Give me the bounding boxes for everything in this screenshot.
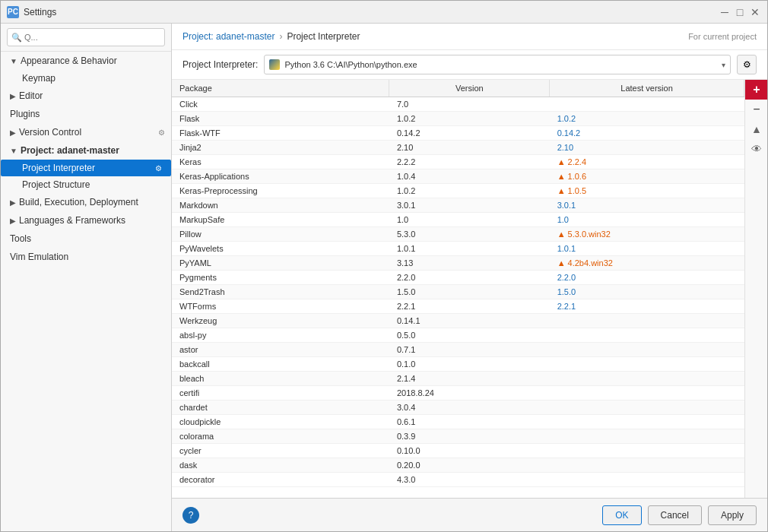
packages-table: Package Version Latest version Click7.0F… <box>172 80 744 487</box>
sidebar-item-editor[interactable]: ▶ Editor <box>1 87 171 105</box>
sidebar-item-version-control[interactable]: ▶ Version Control ⚙ <box>1 123 171 141</box>
table-row[interactable]: Keras2.2.2▲ 2.2.4 <box>172 155 744 169</box>
sidebar-item-build[interactable]: ▶ Build, Execution, Deployment <box>1 193 171 211</box>
sidebar-item-languages[interactable]: ▶ Languages & Frameworks <box>1 211 171 230</box>
table-row[interactable]: MarkupSafe1.01.0 <box>172 213 744 227</box>
package-name: Keras-Preprocessing <box>172 184 389 198</box>
table-row[interactable]: Werkzeug0.14.1 <box>172 314 744 328</box>
app-icon: PC <box>7 6 19 18</box>
sidebar-item-label: Languages & Frameworks <box>19 215 125 226</box>
chevron-down-icon: ▾ <box>722 61 725 69</box>
window-controls: ─ □ ✕ <box>719 6 761 18</box>
col-header-version[interactable]: Version <box>389 80 550 97</box>
table-row[interactable]: PyYAML3.13▲ 4.2b4.win32 <box>172 256 744 271</box>
table-row[interactable]: Pygments2.2.02.2.0 <box>172 271 744 285</box>
table-row[interactable]: cloudpickle0.6.1 <box>172 415 744 429</box>
package-name: cloudpickle <box>172 415 389 429</box>
col-header-package[interactable]: Package <box>172 80 389 97</box>
close-button[interactable]: ✕ <box>749 6 761 18</box>
interpreter-gear-button[interactable]: ⚙ <box>737 55 757 74</box>
ok-button[interactable]: OK <box>602 505 641 525</box>
table-row[interactable]: Flask1.0.21.0.2 <box>172 112 744 126</box>
search-wrap: 🔍 <box>7 28 165 46</box>
table-row[interactable]: Pillow5.3.0▲ 5.3.0.win32 <box>172 227 744 242</box>
table-row[interactable]: cycler0.10.0 <box>172 444 744 458</box>
show-package-button[interactable]: 👁 <box>745 139 767 159</box>
cancel-button[interactable]: Cancel <box>648 505 702 525</box>
package-version: 1.0.4 <box>389 169 550 184</box>
package-name: Flask-WTF <box>172 126 389 141</box>
sidebar-item-label: Build, Execution, Deployment <box>19 197 138 207</box>
package-version: 2.2.2 <box>389 155 550 169</box>
package-latest-version <box>550 458 744 473</box>
table-row[interactable]: Flask-WTF0.14.20.14.2 <box>172 126 744 141</box>
package-latest-version: 1.0.1 <box>550 242 744 256</box>
maximize-button[interactable]: □ <box>734 6 746 18</box>
breadcrumb-parent[interactable]: Project: adanet-master <box>182 31 275 42</box>
sidebar-item-label: Appearance & Behavior <box>21 55 117 66</box>
package-name: cycler <box>172 444 389 458</box>
table-row[interactable]: Keras-Preprocessing1.0.2▲ 1.0.5 <box>172 184 744 198</box>
package-name: Click <box>172 97 389 112</box>
table-row[interactable]: backcall0.1.0 <box>172 357 744 372</box>
search-box: 🔍 <box>1 24 171 52</box>
table-row[interactable]: Send2Trash1.5.01.5.0 <box>172 285 744 299</box>
sidebar-item-project[interactable]: ▼ Project: adanet-master <box>1 141 171 160</box>
package-version: 1.0 <box>389 213 550 227</box>
sidebar-item-label: Plugins <box>10 109 40 119</box>
table-row[interactable]: Keras-Applications1.0.4▲ 1.0.6 <box>172 169 744 184</box>
package-latest-version: ▲ 4.2b4.win32 <box>550 256 744 271</box>
sidebar-item-keymap[interactable]: Keymap <box>1 70 171 87</box>
sidebar-item-vim[interactable]: Vim Emulation <box>1 248 171 266</box>
sidebar-item-project-structure[interactable]: Project Structure ⚙ <box>1 176 171 193</box>
for-project-link[interactable]: For current project <box>688 32 757 41</box>
package-version: 2.10 <box>389 141 550 155</box>
table-row[interactable]: Markdown3.0.13.0.1 <box>172 198 744 213</box>
bottom-bar: ? OK Cancel Apply <box>172 498 767 531</box>
package-name: decorator <box>172 473 389 487</box>
interpreter-dropdown[interactable]: Python 3.6 C:\AI\Python\python.exe ▾ <box>264 55 731 74</box>
table-row[interactable]: PyWavelets1.0.11.0.1 <box>172 242 744 256</box>
sidebar-item-project-interpreter[interactable]: Project Interpreter ⚙ <box>1 160 171 176</box>
col-header-latest[interactable]: Latest version <box>550 80 744 97</box>
table-row[interactable]: Jinja22.102.10 <box>172 141 744 155</box>
table-row[interactable]: certifi2018.8.24 <box>172 386 744 401</box>
help-button[interactable]: ? <box>182 507 199 524</box>
table-row[interactable]: Click7.0 <box>172 97 744 112</box>
package-name: Werkzeug <box>172 314 389 328</box>
search-input[interactable] <box>7 28 165 46</box>
table-container[interactable]: Package Version Latest version Click7.0F… <box>172 80 744 498</box>
minimize-button[interactable]: ─ <box>719 6 731 18</box>
vcs-icon: ⚙ <box>158 128 165 137</box>
add-package-button[interactable]: + <box>745 80 767 100</box>
package-name: backcall <box>172 357 389 372</box>
package-latest-version <box>550 386 744 401</box>
table-row[interactable]: decorator4.3.0 <box>172 473 744 487</box>
package-version: 1.0.2 <box>389 184 550 198</box>
package-version: 3.13 <box>389 256 550 271</box>
package-latest-version <box>550 372 744 386</box>
package-name: dask <box>172 458 389 473</box>
remove-package-button[interactable]: − <box>745 100 767 119</box>
package-version: 2018.8.24 <box>389 386 550 401</box>
sidebar-item-plugins[interactable]: Plugins <box>1 105 171 123</box>
gear-icon: ⚙ <box>155 164 162 173</box>
table-row[interactable]: dask0.20.0 <box>172 458 744 473</box>
table-row[interactable]: bleach2.1.4 <box>172 372 744 386</box>
package-version: 1.5.0 <box>389 285 550 299</box>
package-latest-version <box>550 473 744 487</box>
table-row[interactable]: colorama0.3.9 <box>172 429 744 444</box>
table-row[interactable]: WTForms2.2.12.2.1 <box>172 299 744 314</box>
table-row[interactable]: astor0.7.1 <box>172 343 744 357</box>
table-row[interactable]: chardet3.0.4 <box>172 401 744 415</box>
upgrade-package-button[interactable]: ▲ <box>745 119 767 139</box>
sidebar-item-tools[interactable]: Tools <box>1 230 171 248</box>
package-latest-version: ▲ 2.2.4 <box>550 155 744 169</box>
sidebar-item-label: Project Structure <box>22 179 90 190</box>
table-row[interactable]: absl-py0.5.0 <box>172 328 744 343</box>
breadcrumb: Project: adanet-master › Project Interpr… <box>172 24 767 50</box>
package-latest-version: 2.10 <box>550 141 744 155</box>
apply-button[interactable]: Apply <box>708 505 757 525</box>
sidebar-item-appearance[interactable]: ▼ Appearance & Behavior <box>1 52 171 70</box>
table-header-row: Package Version Latest version <box>172 80 744 97</box>
